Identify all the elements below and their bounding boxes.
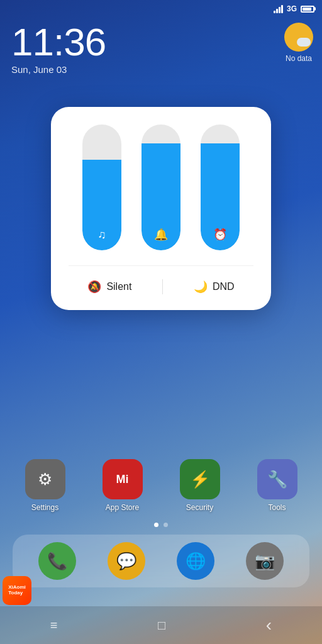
dot-2 <box>164 523 168 527</box>
alarm-volume-slider[interactable]: ⏰ <box>201 125 240 250</box>
browser-dock-icon[interactable]: 🌐 <box>177 542 214 580</box>
status-bar: 3G <box>0 0 322 18</box>
mi-store-icon: Mi <box>103 459 143 499</box>
mode-row: 🔕 Silent 🌙 DND <box>69 265 253 296</box>
alarm-slider-track: ⏰ <box>201 125 240 250</box>
home-button[interactable]: □ <box>158 618 165 633</box>
status-icons: 3G <box>274 4 314 13</box>
sliders-container: ♫ 🔔 ⏰ <box>69 125 253 250</box>
settings-icon: ⚙ <box>25 459 65 499</box>
security-icon: ⚡ <box>180 459 220 499</box>
phone-dock-icon[interactable]: 📞 <box>38 542 76 580</box>
clock-date: Sun, June 03 <box>11 64 106 75</box>
security-app[interactable]: ⚡ Security <box>180 459 220 512</box>
silent-bell-icon: 🔕 <box>87 280 101 294</box>
dnd-moon-icon: 🌙 <box>194 280 208 294</box>
page-dots <box>154 523 168 527</box>
back-button[interactable]: ‹ <box>266 615 272 635</box>
bell-icon: 🔔 <box>154 228 168 242</box>
music-icon: ♫ <box>97 228 106 242</box>
music-slider-track: ♫ <box>82 125 121 250</box>
network-label: 3G <box>287 4 297 13</box>
security-label: Security <box>186 503 213 512</box>
app-store-label: App Store <box>106 503 139 512</box>
app-store-app[interactable]: Mi App Store <box>103 459 143 512</box>
messages-dock-icon[interactable]: 💬 <box>108 542 145 580</box>
dot-1 <box>154 523 158 527</box>
music-volume-slider[interactable]: ♫ <box>82 125 121 250</box>
weather-icon <box>284 23 313 52</box>
xiaomi-today-label: XiAomiToday <box>8 585 26 596</box>
dnd-label: DND <box>213 281 235 292</box>
volume-card: ♫ 🔔 ⏰ 🔕 Silent 🌙 DND <box>51 107 271 310</box>
camera-dock-icon[interactable]: 📷 <box>246 542 284 580</box>
alarm-icon: ⏰ <box>213 228 227 242</box>
nav-bar: ≡ □ ‹ <box>0 606 322 644</box>
dnd-button[interactable]: 🌙 DND <box>186 277 242 296</box>
signal-icon <box>274 4 283 13</box>
clock-section: 11:36 Sun, June 03 <box>11 23 106 75</box>
tools-label: Tools <box>268 503 286 512</box>
weather-label: No data <box>286 54 312 63</box>
tools-app[interactable]: 🔧 Tools <box>257 459 297 512</box>
bottom-apps: ⚙ Settings Mi App Store ⚡ Security 🔧 Too… <box>0 459 322 512</box>
tools-icon: 🔧 <box>257 459 297 499</box>
silent-button[interactable]: 🔕 Silent <box>80 277 139 296</box>
xiaomi-today-badge: XiAomiToday <box>3 576 31 605</box>
settings-label: Settings <box>31 503 58 512</box>
silent-label: Silent <box>106 281 131 292</box>
weather-widget[interactable]: No data <box>284 23 313 63</box>
menu-button[interactable]: ≡ <box>50 618 58 633</box>
settings-app[interactable]: ⚙ Settings <box>25 459 65 512</box>
ringer-slider-track: 🔔 <box>142 125 180 250</box>
clock-time: 11:36 <box>11 23 106 62</box>
ringer-volume-slider[interactable]: 🔔 <box>142 125 180 250</box>
dock: 📞 💬 🌐 📷 <box>13 535 309 587</box>
battery-icon <box>301 6 314 13</box>
mode-divider <box>162 279 163 294</box>
